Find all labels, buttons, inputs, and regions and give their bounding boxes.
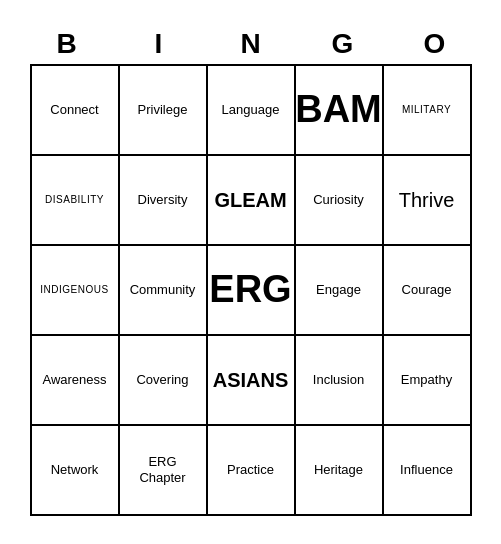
cell-text-r2-c4: Courage bbox=[402, 282, 452, 298]
cell-text-r1-c3: Curiosity bbox=[313, 192, 364, 208]
cell-r2-c3: Engage bbox=[296, 246, 384, 336]
cell-r0-c2: Language bbox=[208, 66, 296, 156]
cell-r1-c4: Thrive bbox=[384, 156, 472, 246]
cell-r1-c1: Diversity bbox=[120, 156, 208, 246]
cell-r0-c3: BAM bbox=[296, 66, 384, 156]
header-letter-i: I bbox=[115, 28, 203, 60]
cell-r1-c0: DISABILITY bbox=[32, 156, 120, 246]
cell-text-r2-c2: ERG bbox=[209, 267, 291, 313]
cell-text-r0-c2: Language bbox=[222, 102, 280, 118]
cell-r2-c1: Community bbox=[120, 246, 208, 336]
cell-text-r1-c1: Diversity bbox=[138, 192, 188, 208]
cell-text-r1-c4: Thrive bbox=[399, 188, 455, 212]
cell-r4-c3: Heritage bbox=[296, 426, 384, 516]
cell-r0-c0: Connect bbox=[32, 66, 120, 156]
cell-text-r3-c4: Empathy bbox=[401, 372, 452, 388]
cell-r4-c2: Practice bbox=[208, 426, 296, 516]
cell-r3-c0: Awareness bbox=[32, 336, 120, 426]
cell-r3-c2: ASIANS bbox=[208, 336, 296, 426]
bingo-grid: ConnectPrivilegeLanguageBAMMILITARYDISAB… bbox=[30, 64, 472, 516]
cell-r0-c1: Privilege bbox=[120, 66, 208, 156]
cell-text-r3-c3: Inclusion bbox=[313, 372, 364, 388]
cell-r2-c0: INDIGENOUS bbox=[32, 246, 120, 336]
cell-text-r4-c3: Heritage bbox=[314, 462, 363, 478]
cell-r2-c4: Courage bbox=[384, 246, 472, 336]
header-letter-n: N bbox=[207, 28, 295, 60]
cell-r3-c3: Inclusion bbox=[296, 336, 384, 426]
cell-text-r0-c0: Connect bbox=[50, 102, 98, 118]
cell-text-r3-c1: Covering bbox=[136, 372, 188, 388]
cell-r3-c4: Empathy bbox=[384, 336, 472, 426]
cell-r4-c4: Influence bbox=[384, 426, 472, 516]
header-letter-b: B bbox=[23, 28, 111, 60]
cell-text-r4-c1: ERG Chapter bbox=[124, 454, 202, 485]
cell-text-r3-c0: Awareness bbox=[42, 372, 106, 388]
cell-r1-c3: Curiosity bbox=[296, 156, 384, 246]
cell-text-r1-c2: GLEAM bbox=[214, 188, 286, 212]
cell-text-r0-c4: MILITARY bbox=[402, 104, 451, 116]
cell-text-r4-c2: Practice bbox=[227, 462, 274, 478]
cell-text-r2-c1: Community bbox=[130, 282, 196, 298]
cell-text-r3-c2: ASIANS bbox=[213, 368, 289, 392]
cell-text-r4-c4: Influence bbox=[400, 462, 453, 478]
cell-text-r2-c3: Engage bbox=[316, 282, 361, 298]
cell-r1-c2: GLEAM bbox=[208, 156, 296, 246]
bingo-header: BINGO bbox=[21, 28, 481, 60]
cell-r0-c4: MILITARY bbox=[384, 66, 472, 156]
header-letter-o: O bbox=[391, 28, 479, 60]
cell-text-r1-c0: DISABILITY bbox=[45, 194, 104, 206]
bingo-card: BINGO ConnectPrivilegeLanguageBAMMILITAR… bbox=[11, 18, 491, 526]
cell-r2-c2: ERG bbox=[208, 246, 296, 336]
cell-text-r2-c0: INDIGENOUS bbox=[40, 284, 108, 296]
cell-r4-c0: Network bbox=[32, 426, 120, 516]
cell-r4-c1: ERG Chapter bbox=[120, 426, 208, 516]
cell-r3-c1: Covering bbox=[120, 336, 208, 426]
header-letter-g: G bbox=[299, 28, 387, 60]
cell-text-r0-c1: Privilege bbox=[138, 102, 188, 118]
cell-text-r4-c0: Network bbox=[51, 462, 99, 478]
cell-text-r0-c3: BAM bbox=[295, 87, 382, 133]
